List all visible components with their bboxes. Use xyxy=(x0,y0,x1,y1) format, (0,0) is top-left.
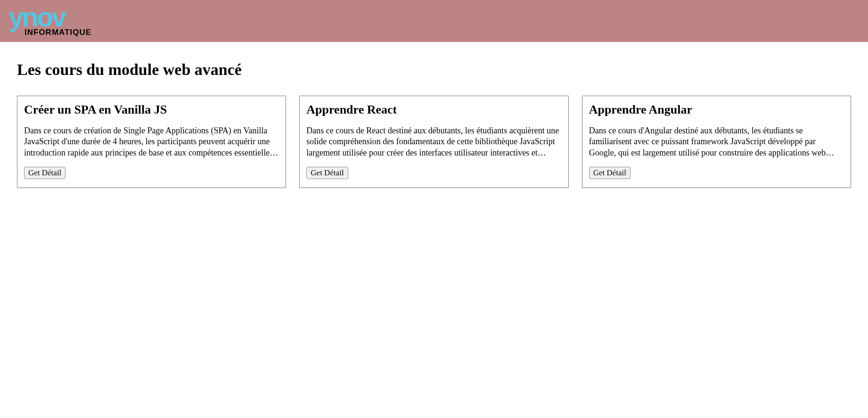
course-card-description: Dans ce cours d'Angular destiné aux débu… xyxy=(589,125,844,158)
main-content: Les cours du module web avancé Créer un … xyxy=(0,42,868,207)
course-card-title: Apprendre Angular xyxy=(589,103,844,117)
page-title: Les cours du module web avancé xyxy=(17,61,851,79)
get-detail-button[interactable]: Get Détail xyxy=(24,167,66,179)
course-card-description: Dans ce cours de React destiné aux début… xyxy=(306,125,561,158)
logo: ynov INFORMATIQUE xyxy=(8,4,91,37)
course-card-title: Créer un SPA en Vanilla JS xyxy=(24,103,279,117)
course-card: Créer un SPA en Vanilla JS Dans ce cours… xyxy=(17,96,286,188)
logo-subtitle-text: INFORMATIQUE xyxy=(25,28,91,37)
course-card: Apprendre React Dans ce cours de React d… xyxy=(299,96,568,188)
get-detail-button[interactable]: Get Détail xyxy=(306,167,348,179)
course-card-title: Apprendre React xyxy=(306,103,561,117)
get-detail-button[interactable]: Get Détail xyxy=(589,167,631,179)
logo-brand-text: ynov xyxy=(8,4,91,30)
course-card: Apprendre Angular Dans ce cours d'Angula… xyxy=(582,96,851,188)
course-card-grid: Créer un SPA en Vanilla JS Dans ce cours… xyxy=(17,96,851,188)
course-card-description: Dans ce cours de création de Single Page… xyxy=(24,125,279,158)
page-header: ynov INFORMATIQUE xyxy=(0,0,868,42)
